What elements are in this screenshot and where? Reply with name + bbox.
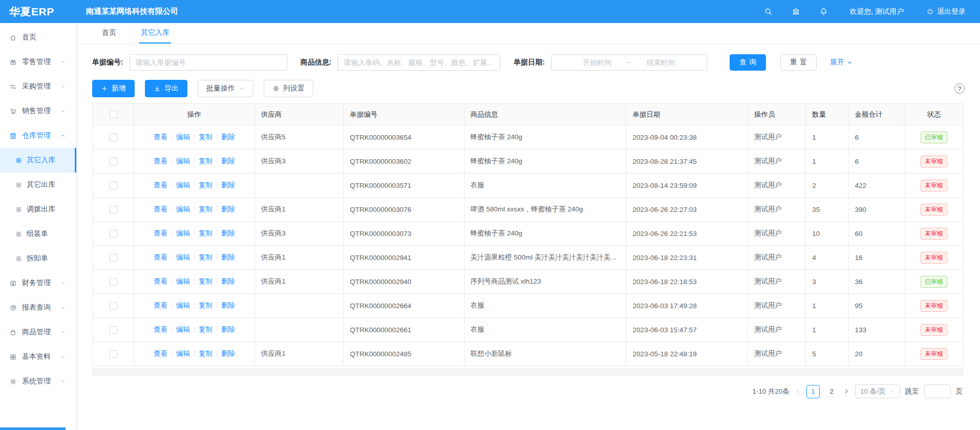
view-link[interactable]: 查看 xyxy=(154,181,167,189)
end-date-input[interactable] xyxy=(634,58,688,67)
view-link[interactable]: 查看 xyxy=(154,253,167,261)
view-link[interactable]: 查看 xyxy=(154,326,167,333)
edit-link[interactable]: 编辑 xyxy=(176,326,190,333)
copy-link[interactable]: 复制 xyxy=(199,253,212,261)
row-checkbox[interactable] xyxy=(110,254,117,262)
copy-link[interactable]: 复制 xyxy=(199,157,212,165)
copy-link[interactable]: 复制 xyxy=(199,181,212,189)
select-all-checkbox[interactable] xyxy=(110,111,117,118)
delete-link[interactable]: 删除 xyxy=(221,181,235,189)
column-settings-button[interactable]: 列设置 xyxy=(264,80,313,97)
help-button[interactable]: ? xyxy=(954,83,965,94)
delete-link[interactable]: 删除 xyxy=(221,229,235,237)
page-size-select[interactable]: 10 条/页 xyxy=(855,384,900,398)
bank-icon xyxy=(792,7,800,16)
edit-link[interactable]: 编辑 xyxy=(176,253,190,261)
sidebar-item-purchase[interactable]: 采购管理 xyxy=(0,74,76,99)
delete-link[interactable]: 删除 xyxy=(221,277,235,285)
jump-page-input[interactable] xyxy=(924,384,951,398)
sidebar-item-sales[interactable]: 销售管理 xyxy=(0,99,76,123)
operator-cell: 测试用户 xyxy=(748,125,805,149)
sidebar-item-system[interactable]: 系统管理 xyxy=(0,369,76,394)
notifications-button[interactable] xyxy=(819,7,828,16)
row-checkbox[interactable] xyxy=(110,134,117,141)
sidebar-item-home[interactable]: 首页 xyxy=(0,25,76,50)
bill-no-cell: QTRK00000002485 xyxy=(344,342,464,366)
delete-link[interactable]: 删除 xyxy=(221,253,235,261)
bill-no-input[interactable] xyxy=(130,54,287,71)
sidebar-item-goods[interactable]: 商品管理 xyxy=(0,320,76,345)
batch-actions-button[interactable]: 批量操作 xyxy=(198,80,253,97)
horizontal-scrollbar[interactable] xyxy=(92,368,964,376)
view-link[interactable]: 查看 xyxy=(154,229,167,237)
app-logo[interactable]: 华夏ERP xyxy=(0,5,77,19)
status-cell: 未审核 xyxy=(905,222,963,246)
sidebar-item-finance[interactable]: 财务管理 xyxy=(0,271,76,295)
finance-icon xyxy=(9,280,17,287)
bill-no-cell: QTRK00000002661 xyxy=(344,318,464,342)
sidebar-item-retail[interactable]: 零售管理 xyxy=(0,50,76,74)
add-button[interactable]: 新增 xyxy=(92,80,135,97)
view-link[interactable]: 查看 xyxy=(154,157,167,165)
edit-link[interactable]: 编辑 xyxy=(176,133,190,141)
tab-1[interactable]: 首页 xyxy=(100,23,118,44)
row-checkbox[interactable] xyxy=(110,326,117,334)
delete-link[interactable]: 删除 xyxy=(221,302,235,309)
delete-link[interactable]: 删除 xyxy=(221,205,235,213)
sidebar-item-basedata[interactable]: 基本资料 xyxy=(0,345,76,369)
row-checkbox[interactable] xyxy=(110,206,117,213)
sidebar-item-disassembly[interactable]: 拆卸单 xyxy=(0,246,76,271)
start-date-input[interactable] xyxy=(570,58,624,67)
expand-link[interactable]: 展开 xyxy=(830,58,853,67)
view-link[interactable]: 查看 xyxy=(154,205,167,213)
date-range-picker[interactable]: ~ xyxy=(551,54,707,71)
view-link[interactable]: 查看 xyxy=(154,133,167,141)
edit-link[interactable]: 编辑 xyxy=(176,229,190,237)
row-checkbox[interactable] xyxy=(110,350,117,358)
sidebar-item-transfer-outbound[interactable]: 调拨出库 xyxy=(0,197,76,222)
copy-link[interactable]: 复制 xyxy=(199,229,212,237)
row-checkbox[interactable] xyxy=(110,278,117,286)
product-info-input[interactable] xyxy=(337,54,500,71)
edit-link[interactable]: 编辑 xyxy=(176,157,190,165)
sidebar-item-report[interactable]: 报表查询 xyxy=(0,295,76,320)
view-link[interactable]: 查看 xyxy=(154,350,167,357)
sidebar-item-warehouse[interactable]: 仓库管理 xyxy=(0,123,76,148)
copy-link[interactable]: 复制 xyxy=(199,326,212,333)
edit-link[interactable]: 编辑 xyxy=(176,181,190,189)
sidebar-item-other-inbound[interactable]: 其它入库 xyxy=(0,148,76,173)
row-checkbox[interactable] xyxy=(110,230,117,238)
platform-button[interactable] xyxy=(792,7,800,16)
export-button[interactable]: 导出 xyxy=(145,80,187,97)
delete-link[interactable]: 删除 xyxy=(221,133,235,141)
edit-link[interactable]: 编辑 xyxy=(176,205,190,213)
row-checkbox[interactable] xyxy=(110,302,117,310)
prev-page-button[interactable] xyxy=(795,388,801,395)
page-1-button[interactable]: 1 xyxy=(806,385,820,398)
copy-link[interactable]: 复制 xyxy=(199,350,212,357)
sidebar-item-assembly[interactable]: 组装单 xyxy=(0,222,76,246)
reset-button[interactable]: 重置 xyxy=(780,54,817,71)
edit-link[interactable]: 编辑 xyxy=(176,302,190,309)
edit-link[interactable]: 编辑 xyxy=(176,277,190,285)
sidebar-item-other-outbound[interactable]: 其它出库 xyxy=(0,173,76,197)
copy-link[interactable]: 复制 xyxy=(199,302,212,309)
logout-button[interactable]: 退出登录 xyxy=(926,7,966,16)
row-checkbox[interactable] xyxy=(110,158,117,165)
next-page-button[interactable] xyxy=(843,388,850,395)
copy-link[interactable]: 复制 xyxy=(199,133,212,141)
delete-link[interactable]: 删除 xyxy=(221,157,235,165)
view-link[interactable]: 查看 xyxy=(154,302,167,309)
row-checkbox[interactable] xyxy=(110,182,117,189)
page-2-button[interactable]: 2 xyxy=(825,385,838,398)
delete-link[interactable]: 删除 xyxy=(221,350,235,357)
view-link[interactable]: 查看 xyxy=(154,277,167,285)
edit-link[interactable]: 编辑 xyxy=(176,350,190,357)
copy-link[interactable]: 复制 xyxy=(199,205,212,213)
copy-link[interactable]: 复制 xyxy=(199,277,212,285)
delete-link[interactable]: 删除 xyxy=(221,326,235,333)
query-button[interactable]: 查询 xyxy=(730,54,766,71)
sidebar-item-label: 报表查询 xyxy=(22,303,51,312)
tab-2[interactable]: 其它入库 xyxy=(139,23,171,44)
search-button[interactable] xyxy=(764,7,773,16)
